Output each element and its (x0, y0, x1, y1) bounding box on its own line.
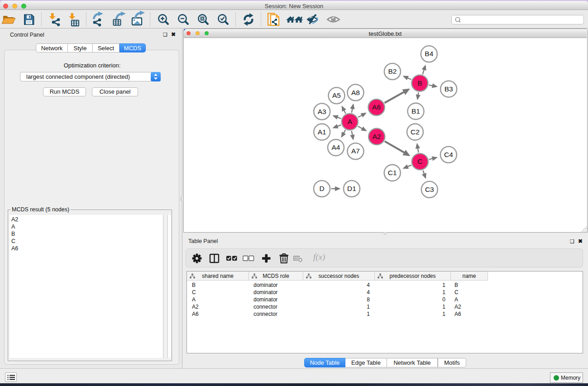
svg-text:A6: A6 (372, 103, 381, 111)
svg-text:A5: A5 (332, 91, 341, 99)
svg-text:D: D (319, 185, 324, 192)
svg-text:B2: B2 (388, 67, 397, 75)
svg-text:B: B (417, 79, 422, 87)
svg-text:C1: C1 (388, 169, 397, 176)
svg-text:A7: A7 (351, 147, 360, 155)
svg-text:A4: A4 (332, 143, 340, 151)
svg-text:A3: A3 (318, 108, 326, 115)
svg-text:C2: C2 (411, 128, 420, 136)
svg-text:A2: A2 (373, 133, 381, 140)
svg-text:B1: B1 (411, 107, 420, 115)
svg-text:B3: B3 (445, 85, 453, 93)
svg-text:C4: C4 (444, 151, 453, 158)
svg-text:C: C (417, 157, 422, 165)
svg-text:A8: A8 (351, 89, 360, 96)
svg-text:C3: C3 (425, 186, 434, 193)
svg-text:D1: D1 (347, 185, 356, 192)
svg-text:B4: B4 (425, 50, 433, 57)
svg-text:A1: A1 (318, 128, 326, 136)
svg-text:A: A (348, 118, 353, 125)
